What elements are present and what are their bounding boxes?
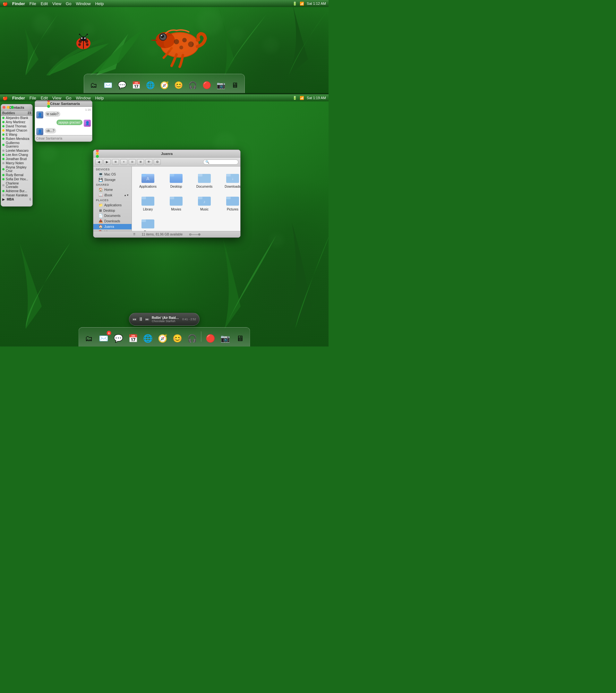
dock-dash-bottom[interactable]: 🔴 <box>204 332 217 345</box>
window-menu[interactable]: Window <box>76 1 91 6</box>
contact-lorelei[interactable]: Lorelei Mascaro <box>1 148 33 153</box>
dock-music-top[interactable]: 🎧 <box>186 79 199 92</box>
sidebar-home[interactable]: 🏠 Home <box>93 187 132 193</box>
dock-screen-top[interactable]: 🖥 <box>228 79 241 92</box>
contact-marcy[interactable]: Marcy Nolen <box>1 161 33 165</box>
finder-zoom-button[interactable] <box>96 155 99 158</box>
sidebar-library[interactable]: 📚 Library <box>93 230 132 231</box>
contact-guillermo[interactable]: Guillermo Guerrero <box>1 141 33 148</box>
dock-calendar-bottom[interactable]: 📅 <box>126 332 140 345</box>
edit-menu[interactable]: Edit <box>41 1 48 6</box>
file-documents[interactable]: Documents <box>192 170 217 190</box>
dock-chrome-bottom[interactable]: 🌐 <box>141 332 155 345</box>
finder-menu-bottom[interactable]: Finder <box>12 96 25 100</box>
sidebar-desktop[interactable]: 🖥 Desktop <box>93 208 132 213</box>
sidebar-applications[interactable]: 📁 Applications <box>93 202 132 208</box>
contact-amy[interactable]: Amy Martinez <box>1 120 33 124</box>
dock-chrome-top[interactable]: 🌐 <box>144 79 157 92</box>
finder-minimize-button[interactable] <box>96 152 99 155</box>
contact-mba[interactable]: ▶MBA6 <box>1 197 33 201</box>
contact-miguel[interactable]: Miguel Chacon <box>1 128 33 133</box>
dock-messages-bottom[interactable]: 💬 <box>112 332 125 345</box>
finder-close-button[interactable] <box>96 150 99 152</box>
sidebar-juanra[interactable]: 🏠 Juanra <box>93 224 132 230</box>
chat-zoom-button[interactable] <box>47 105 50 108</box>
edit-menu-bottom[interactable]: Edit <box>41 96 48 100</box>
finder-search-field[interactable]: 🔍 <box>203 159 238 164</box>
file-applications[interactable]: A Applications <box>135 170 161 190</box>
help-menu[interactable]: Help <box>95 1 104 6</box>
dock-dash-top[interactable]: 🔴 <box>200 79 213 92</box>
dock-calendar-top[interactable]: 📅 <box>130 79 142 92</box>
contacts-close-button[interactable] <box>3 106 5 109</box>
file-desktop[interactable]: Desktop <box>163 170 189 190</box>
prev-button[interactable]: ⏮ <box>133 317 136 321</box>
sidebar-storage[interactable]: 💾 Storage <box>93 177 132 182</box>
finder-quicklook-button[interactable]: 👁 <box>145 159 153 165</box>
finder-icon-view-button[interactable]: ⊞ <box>112 159 119 165</box>
contact-wang[interactable]: E Wang <box>1 133 33 137</box>
dock-adium-top[interactable]: 😊 <box>172 79 185 92</box>
dock-screen-bottom[interactable]: 🖥 <box>233 332 247 345</box>
contact-sofia[interactable]: Sofia Der Hov... <box>1 177 33 181</box>
dock-music-bottom[interactable]: 🎧 <box>185 332 199 345</box>
contact-name: David Thomas <box>6 124 26 128</box>
contact-ruben[interactable]: Ruben Mendoza <box>1 137 33 141</box>
file-menu-bottom[interactable]: File <box>29 96 36 100</box>
finder-menu[interactable]: Finder <box>12 1 25 6</box>
file-music[interactable]: ♪ Music <box>192 193 217 213</box>
dock-messages-top[interactable]: 💬 <box>116 79 128 92</box>
contact-rudy[interactable]: Rudy Bernal <box>1 173 33 177</box>
dock-mail-bottom[interactable]: ✉️ 8 <box>97 332 111 345</box>
sidebar-ibook[interactable]: 📖 iBook ▲▼ <box>93 193 132 198</box>
next-button[interactable]: ⏭ <box>145 317 149 321</box>
chat-minimize-button[interactable] <box>47 102 50 105</box>
contacts-zoom-button[interactable] <box>11 106 14 109</box>
go-menu[interactable]: Go <box>66 1 71 6</box>
contact-charlene[interactable]: Charlene Conrado <box>1 181 33 189</box>
view-menu[interactable]: View <box>52 1 61 6</box>
dock-photo-top[interactable]: 📷 <box>214 79 227 92</box>
dock-finder-top[interactable]: 🗂 <box>87 79 100 92</box>
finder-back-button[interactable]: ◀ <box>95 159 102 165</box>
contact-lee[interactable]: Lee Ann Chang <box>1 153 33 157</box>
dock-finder-bottom[interactable]: 🗂 <box>82 332 96 345</box>
file-temp[interactable]: Temp <box>135 215 161 231</box>
contact-alejandro[interactable]: Alejandro Blank <box>1 116 33 120</box>
contact-jonathan[interactable]: Jonathan Brud <box>1 157 33 161</box>
apple-menu[interactable]: 🍎 <box>3 1 8 6</box>
finder-list-view-button[interactable]: ≡ <box>120 159 127 165</box>
dock-adium-bottom[interactable]: 😊 <box>171 332 184 345</box>
go-menu-bottom[interactable]: Go <box>66 96 71 100</box>
chat-input-container[interactable] <box>35 135 92 141</box>
file-library[interactable]: Library <box>135 193 161 213</box>
help-menu-bottom[interactable]: Help <box>95 96 104 100</box>
contact-david[interactable]: David Thomas <box>1 124 33 128</box>
dock-safari-bottom[interactable]: 🧭 <box>156 332 170 345</box>
file-movies[interactable]: Movies <box>163 193 189 213</box>
file-downloads[interactable]: ↓ Downloads <box>220 170 240 190</box>
dock-mail-top[interactable]: ✉️ <box>101 79 114 92</box>
contacts-traffic-lights[interactable] <box>3 106 14 109</box>
finder-col-view-button[interactable]: ⊟ <box>128 159 136 165</box>
file-pictures[interactable]: Pictures <box>220 193 240 213</box>
sidebar-downloads[interactable]: 📥 Downloads <box>93 218 132 224</box>
dock-camera-bottom[interactable]: 📷 <box>218 332 232 345</box>
contact-hasan[interactable]: Hasan Karakas <box>1 193 33 197</box>
apple-menu-bottom[interactable]: 🍎 <box>3 96 8 100</box>
chat-input[interactable] <box>36 137 91 140</box>
file-menu[interactable]: File <box>29 1 36 6</box>
finder-action-button[interactable]: ⚙ <box>154 159 161 165</box>
window-menu-bottom[interactable]: Window <box>76 96 91 100</box>
finder-traffic-lights[interactable] <box>96 150 99 158</box>
sidebar-macos[interactable]: 💻 Mac OS <box>93 172 132 177</box>
contact-reyna[interactable]: Reyna Shipley Cruz <box>1 165 33 173</box>
play-pause-button[interactable]: ⏸ <box>138 316 143 322</box>
contact-adrienne[interactable]: Adrienne Bur... <box>1 189 33 193</box>
finder-forward-button[interactable]: ▶ <box>104 159 111 165</box>
finder-coverflow-button[interactable]: ⊠ <box>137 159 144 165</box>
view-menu-bottom[interactable]: View <box>52 96 61 100</box>
sidebar-documents[interactable]: 📄 Documents <box>93 213 132 218</box>
dock-safari-top[interactable]: 🧭 <box>158 79 171 92</box>
contacts-minimize-button[interactable] <box>7 106 9 109</box>
